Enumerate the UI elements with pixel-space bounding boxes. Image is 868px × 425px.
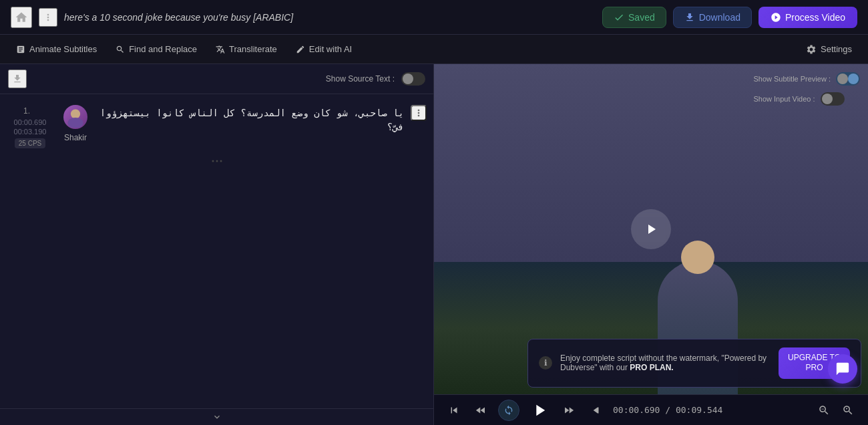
page-title: here's a 10 second joke because you're b…	[64, 12, 293, 23]
animate-subtitles-label: Animate Subtitles	[29, 44, 97, 54]
input-video-label: Show Input Video :	[753, 95, 815, 103]
show-source-text-label: Show Source Text :	[326, 74, 395, 84]
settings-label: Settings	[821, 44, 852, 54]
main-layout: Show Source Text : 1. 00:00.690 00:03.19…	[0, 64, 868, 425]
speaker-name: Shakir	[64, 133, 87, 142]
upgrade-description: Enjoy complete script without the waterm…	[560, 353, 771, 372]
input-video-toggle[interactable]	[821, 92, 845, 106]
video-play-button[interactable]	[631, 209, 671, 249]
subtitle-preview-toggle-row: Show Subtitle Preview :	[753, 72, 860, 86]
find-replace-button[interactable]: Find and Replace	[107, 40, 205, 58]
settings-button[interactable]: Settings	[798, 40, 860, 59]
subtitle-number: 1.	[23, 105, 37, 116]
subtitle-preview-label: Show Subtitle Preview :	[753, 75, 831, 83]
subtitle-time-end: 00:03.190	[14, 128, 47, 136]
info-icon: ℹ	[539, 356, 552, 370]
svg-point-0	[71, 109, 80, 118]
header: here's a 10 second joke because you're b…	[0, 0, 868, 35]
next-button[interactable]	[586, 401, 605, 420]
left-panel: Show Source Text : 1. 00:00.690 00:03.19…	[0, 64, 434, 425]
subtitle-options-button[interactable]	[411, 105, 427, 121]
scroll-down-indicator[interactable]	[0, 408, 433, 425]
subtitle-toolbar: Show Source Text :	[0, 64, 433, 94]
chat-button[interactable]	[828, 354, 857, 384]
subtitle-text-input[interactable]: يا صاحبي، شو كان وضع المدرسة؟ كل الناس ك…	[97, 105, 405, 150]
input-video-toggle-row: Show Input Video :	[753, 92, 860, 106]
saved-label: Saved	[628, 12, 655, 23]
home-button[interactable]	[11, 7, 32, 28]
svg-point-1	[67, 118, 83, 128]
transliterate-label: Transliterate	[229, 44, 277, 54]
list-item: 1. 00:00.690 00:03.190 25 CPS Shakir	[0, 100, 433, 155]
drag-handle-area	[0, 155, 433, 167]
zoom-out-button[interactable]	[815, 401, 833, 420]
player-controls: 00:00.690 / 00:09.544	[434, 394, 868, 425]
animate-subtitles-button[interactable]: Animate Subtitles	[8, 40, 105, 58]
subtitle-list: 1. 00:00.690 00:03.190 25 CPS Shakir	[0, 94, 433, 408]
toolbar: Animate Subtitles Find and Replace Trans…	[0, 35, 868, 64]
subtitle-time-start: 00:00.690	[14, 118, 47, 126]
avatar	[63, 105, 87, 129]
time-display: 00:00.690 / 00:09.544	[613, 405, 722, 415]
current-time: 00:00.690	[613, 405, 660, 415]
find-replace-label: Find and Replace	[129, 44, 197, 54]
download-label: Download	[699, 12, 740, 23]
process-video-button[interactable]: Process Video	[758, 7, 857, 28]
right-panel: Show Subtitle Preview : Show Input Video…	[434, 64, 868, 425]
zoom-in-button[interactable]	[839, 401, 857, 420]
edit-ai-label: Edit with AI	[309, 44, 352, 54]
time-separator: /	[665, 405, 676, 415]
total-time: 00:09.544	[676, 405, 722, 415]
more-options-button[interactable]	[39, 8, 57, 27]
header-left: here's a 10 second joke because you're b…	[11, 7, 293, 28]
prev-button[interactable]	[445, 401, 463, 420]
upgrade-banner: ℹ Enjoy complete script without the wate…	[527, 339, 861, 388]
rewind-button[interactable]	[471, 401, 490, 420]
svg-point-2	[212, 160, 214, 162]
export-button[interactable]	[8, 69, 27, 88]
subtitle-preview-toggle[interactable]	[836, 72, 860, 86]
video-container: Show Subtitle Preview : Show Input Video…	[434, 64, 868, 394]
video-person-head	[681, 241, 714, 274]
pro-plan-text: PRO PLAN.	[630, 363, 673, 372]
transliterate-button[interactable]: Transliterate	[208, 40, 285, 58]
drag-handle[interactable]	[208, 158, 226, 164]
edit-ai-button[interactable]: Edit with AI	[288, 40, 360, 58]
sync-button[interactable]	[498, 400, 519, 421]
forward-button[interactable]	[560, 401, 578, 420]
show-source-toggle[interactable]	[401, 72, 425, 86]
download-button[interactable]: Download	[673, 7, 752, 28]
zoom-controls	[815, 401, 857, 420]
header-right: Saved Download Process Video	[602, 7, 857, 28]
svg-point-3	[216, 160, 218, 162]
video-right-controls: Show Subtitle Preview : Show Input Video…	[753, 72, 860, 106]
saved-button[interactable]: Saved	[602, 7, 666, 28]
process-video-label: Process Video	[785, 12, 845, 23]
cps-badge[interactable]: 25 CPS	[15, 138, 45, 148]
play-pause-button[interactable]	[527, 398, 552, 422]
svg-point-4	[220, 160, 222, 162]
